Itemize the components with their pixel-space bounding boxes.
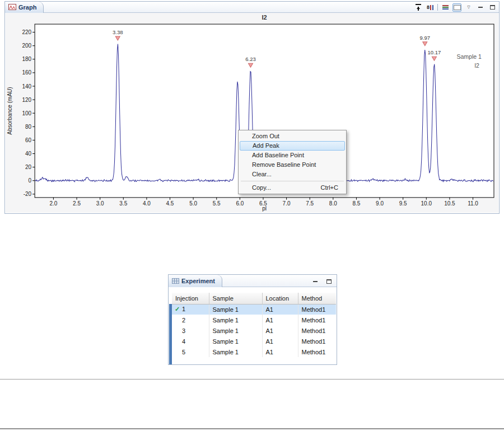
table-cell: Method1	[298, 325, 336, 336]
table-cell: Sample 1	[209, 304, 262, 315]
svg-text:pl: pl	[262, 205, 267, 212]
table-cell: A1	[262, 315, 298, 325]
svg-text:9.5: 9.5	[399, 200, 407, 207]
svg-text:80: 80	[25, 124, 32, 130]
table-cell: Sample 1	[209, 336, 262, 346]
menu-item-label: Add Baseline Point	[252, 152, 304, 158]
maximize-box-glyph	[326, 279, 332, 284]
scale-to-fit-icon[interactable]	[414, 3, 423, 12]
tab-graph[interactable]: Graph	[5, 2, 44, 13]
svg-text:160: 160	[22, 69, 31, 76]
maximize-icon[interactable]	[324, 277, 333, 285]
svg-text:0: 0	[29, 177, 32, 184]
svg-text:6.0: 6.0	[236, 200, 244, 207]
table-cell: ✓1	[172, 304, 209, 315]
table-cell: Method1	[298, 315, 336, 325]
experiment-table: Injection Sample Location Method ✓1 Samp…	[172, 293, 336, 357]
view-menu-icon[interactable]: ▽	[464, 3, 473, 12]
menu-item-label: Copy...	[252, 184, 271, 191]
svg-text:I2: I2	[474, 62, 479, 69]
svg-text:120: 120	[22, 97, 31, 103]
menu-item-label: Clear...	[252, 171, 272, 177]
table-cell: A1	[262, 304, 298, 315]
menu-item-label: Remove Baseline Point	[252, 161, 316, 168]
table-cell: Method1	[298, 336, 336, 346]
table-cell: 3	[172, 325, 209, 336]
table-row[interactable]: 3 Sample 1 A1 Method1	[172, 325, 336, 336]
svg-text:140: 140	[22, 83, 31, 89]
svg-text:40: 40	[25, 151, 32, 157]
table-cell: Sample 1	[209, 315, 262, 325]
table-cell: A1	[262, 346, 298, 357]
menu-item-copy[interactable]: Copy... Ctrl+C	[240, 183, 345, 193]
svg-text:I2: I2	[262, 14, 267, 21]
svg-text:4.0: 4.0	[143, 200, 151, 207]
svg-text:5.5: 5.5	[213, 200, 221, 207]
menu-item-label: Zoom Out	[252, 133, 279, 139]
menu-item-remove-baseline-point[interactable]: Remove Baseline Point	[240, 160, 345, 170]
menu-item-label: Add Peak	[253, 142, 279, 149]
peak-number-icon[interactable]: 8	[426, 3, 435, 12]
minimize-icon[interactable]	[311, 277, 320, 285]
context-menu: Zoom Out Add Peak Add Baseline Point Rem…	[238, 130, 347, 194]
svg-text:60: 60	[25, 137, 32, 143]
minimize-bar-glyph	[313, 281, 318, 282]
column-header-sample[interactable]: Sample	[209, 293, 262, 304]
table-cell: Method1	[298, 304, 336, 315]
table-row[interactable]: ✓1 Sample 1 A1 Method1	[172, 304, 336, 315]
graph-panel-tabbar: Graph 8 ▽	[5, 2, 499, 13]
tab-experiment[interactable]: Experiment	[169, 275, 222, 287]
svg-text:200: 200	[22, 43, 31, 49]
svg-text:-20: -20	[24, 191, 32, 197]
graph-tab-icon	[8, 4, 16, 10]
table-row[interactable]: 4 Sample 1 A1 Method1	[172, 336, 336, 346]
horizontal-rule	[0, 379, 504, 380]
svg-text:9.97: 9.97	[420, 35, 431, 41]
graph-panel: Graph 8 ▽ 2.02.53.03.54.04.55.05.56.06.5…	[4, 1, 500, 214]
table-row[interactable]: 2 Sample 1 A1 Method1	[172, 315, 336, 325]
table-cell: 5	[172, 346, 209, 357]
svg-text:5.0: 5.0	[189, 200, 197, 207]
menu-item-add-baseline-point[interactable]: Add Baseline Point	[240, 151, 345, 160]
menu-item-zoom-out[interactable]: Zoom Out	[240, 132, 345, 141]
peak-bars-glyph	[430, 5, 433, 10]
table-cell: Sample 1	[209, 346, 262, 357]
svg-text:2.5: 2.5	[73, 200, 81, 207]
maximize-box-glyph	[490, 5, 495, 10]
cell-text: 1	[182, 306, 185, 312]
menu-item-clear[interactable]: Clear...	[240, 170, 345, 179]
minimize-bar-glyph	[478, 7, 483, 8]
svg-text:180: 180	[22, 56, 31, 62]
svg-text:4.5: 4.5	[166, 200, 174, 207]
svg-text:11.0: 11.0	[468, 200, 478, 207]
column-header-location[interactable]: Location	[262, 293, 298, 304]
experiment-panel: Experiment Injection Sample Location Met…	[168, 274, 337, 365]
curve-list-icon[interactable]	[441, 3, 450, 12]
table-cell: 2	[172, 315, 209, 325]
svg-text:Sample 1: Sample 1	[457, 53, 482, 60]
svg-text:3.38: 3.38	[113, 29, 123, 35]
graph-toolbar: 8 ▽	[414, 3, 497, 12]
column-header-method[interactable]: Method	[298, 293, 336, 304]
column-header-injection[interactable]: Injection	[172, 293, 209, 304]
white-plot-box-glyph	[454, 5, 461, 10]
table-header-row: Injection Sample Location Method	[172, 293, 336, 304]
plot-toggle-icon[interactable]	[452, 3, 461, 12]
experiment-window-controls	[311, 277, 333, 285]
menu-item-add-peak[interactable]: Add Peak	[240, 141, 345, 151]
table-row[interactable]: 5 Sample 1 A1 Method1	[172, 346, 336, 357]
table-grid-icon	[172, 278, 179, 284]
chart-region: 2.02.53.03.54.04.55.05.56.06.57.07.58.08…	[6, 13, 498, 213]
menu-separator	[241, 181, 344, 181]
svg-text:20: 20	[25, 164, 32, 170]
minimize-icon[interactable]	[476, 3, 485, 12]
svg-text:2.0: 2.0	[49, 200, 57, 207]
svg-text:7.5: 7.5	[306, 200, 314, 207]
table-cell: Sample 1	[209, 325, 262, 336]
svg-text:100: 100	[22, 110, 31, 116]
table-cell: Method1	[298, 346, 336, 357]
check-icon: ✓	[175, 306, 182, 313]
svg-text:10.17: 10.17	[428, 49, 441, 55]
svg-text:7.0: 7.0	[283, 200, 291, 207]
maximize-icon[interactable]	[488, 3, 497, 12]
